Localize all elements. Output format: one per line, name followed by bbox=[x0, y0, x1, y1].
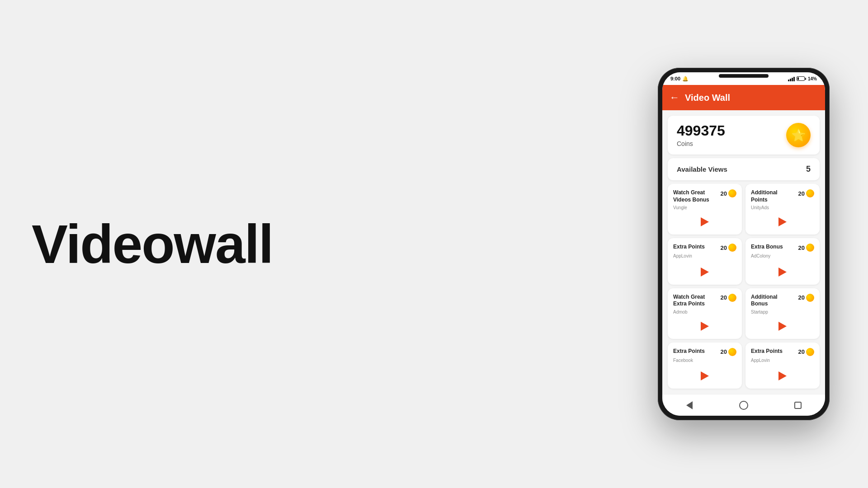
video-card: Extra Points 20 Facebook bbox=[668, 343, 742, 389]
card-title: Additional Points bbox=[751, 189, 796, 203]
card-points: 20 bbox=[798, 294, 814, 302]
video-card: Extra Bonus 20 AdColony bbox=[745, 238, 820, 284]
left-section: Videowall bbox=[0, 217, 646, 271]
app-header: ← Video Wall bbox=[662, 85, 825, 110]
card-play-area bbox=[751, 319, 814, 333]
right-section: 9:00 🔔 14% bbox=[646, 68, 841, 420]
play-icon bbox=[778, 217, 787, 226]
status-bar-right: 14% bbox=[788, 76, 817, 81]
card-top: Extra Bonus 20 bbox=[751, 244, 814, 252]
video-card: Watch Great Videos Bonus 20 Vungle bbox=[668, 184, 742, 235]
card-points: 20 bbox=[798, 244, 814, 252]
card-points-num: 20 bbox=[721, 294, 727, 301]
signal-bar-1 bbox=[788, 80, 789, 81]
card-title: Watch Great Videos Bonus bbox=[673, 189, 718, 203]
bell-icon: 🔔 bbox=[682, 76, 689, 82]
card-points: 20 bbox=[798, 348, 814, 356]
play-icon bbox=[701, 322, 709, 331]
card-points-num: 20 bbox=[721, 190, 727, 197]
card-top: Additional Bonus 20 bbox=[751, 294, 814, 308]
card-play-area bbox=[673, 215, 736, 229]
play-button[interactable] bbox=[698, 265, 712, 279]
card-top: Additional Points 20 bbox=[751, 189, 814, 203]
signal-bar-3 bbox=[792, 78, 793, 81]
card-provider: AdColony bbox=[751, 253, 814, 258]
card-points: 20 bbox=[798, 189, 814, 197]
battery-body bbox=[797, 76, 805, 81]
card-title: Watch Great Extra Points bbox=[673, 294, 718, 308]
video-card: Additional Bonus 20 Startapp bbox=[745, 288, 820, 339]
card-provider: Admob bbox=[673, 310, 736, 314]
small-coin-icon bbox=[728, 244, 736, 252]
play-icon bbox=[778, 322, 787, 331]
card-provider: Startapp bbox=[751, 310, 814, 314]
card-top: Extra Points 20 bbox=[751, 348, 814, 356]
video-card: Extra Points 20 AppLovin bbox=[668, 238, 742, 284]
card-points-num: 20 bbox=[798, 348, 805, 355]
phone-mockup: 9:00 🔔 14% bbox=[658, 68, 830, 420]
small-coin-icon bbox=[728, 189, 736, 197]
app-title: Videowall bbox=[32, 217, 273, 271]
play-button[interactable] bbox=[775, 215, 790, 229]
battery-tip bbox=[805, 78, 806, 80]
coins-card: 499375 Coins ⭐ bbox=[668, 116, 820, 155]
small-coin-icon bbox=[806, 348, 814, 356]
play-button[interactable] bbox=[775, 369, 790, 383]
card-play-area bbox=[751, 215, 814, 229]
small-coin-icon bbox=[806, 189, 814, 197]
coins-amount: 499375 bbox=[677, 123, 725, 139]
play-icon bbox=[701, 371, 709, 380]
card-play-area bbox=[673, 265, 736, 279]
battery-fill bbox=[797, 77, 799, 80]
play-button[interactable] bbox=[775, 265, 790, 279]
play-button[interactable] bbox=[698, 369, 712, 383]
card-points-num: 20 bbox=[798, 294, 805, 301]
play-button[interactable] bbox=[698, 319, 712, 333]
status-time: 9:00 bbox=[670, 76, 680, 81]
small-coin-icon bbox=[806, 244, 814, 252]
play-icon bbox=[701, 217, 709, 226]
small-coin-icon bbox=[728, 294, 736, 302]
card-title: Extra Points bbox=[751, 348, 796, 355]
play-icon bbox=[701, 267, 709, 277]
signal-bar-2 bbox=[790, 79, 791, 81]
nav-home-button[interactable] bbox=[737, 399, 750, 412]
battery-indicator bbox=[797, 76, 806, 81]
card-title: Extra Points bbox=[673, 244, 718, 251]
card-points-num: 20 bbox=[721, 348, 727, 355]
nav-recents-button[interactable] bbox=[792, 399, 804, 412]
card-play-area bbox=[751, 265, 814, 279]
card-title: Extra Bonus bbox=[751, 244, 796, 251]
card-top: Extra Points 20 bbox=[673, 244, 736, 252]
coins-info: 499375 Coins bbox=[677, 123, 725, 147]
card-points-num: 20 bbox=[721, 244, 727, 251]
card-provider: AppLovin bbox=[751, 358, 814, 363]
status-bar-left: 9:00 🔔 bbox=[670, 76, 689, 82]
play-button[interactable] bbox=[775, 319, 790, 333]
home-icon bbox=[739, 401, 748, 410]
signal-bars bbox=[788, 76, 795, 81]
small-coin-icon bbox=[728, 348, 736, 356]
app-content: 499375 Coins ⭐ Available Views 5 Watch G… bbox=[662, 110, 825, 394]
back-button[interactable]: ← bbox=[670, 92, 679, 103]
card-top: Watch Great Extra Points 20 bbox=[673, 294, 736, 308]
nav-back-button[interactable] bbox=[683, 399, 696, 412]
play-icon bbox=[778, 267, 787, 277]
card-play-area bbox=[673, 369, 736, 383]
available-views-count: 5 bbox=[806, 164, 811, 174]
recents-icon bbox=[794, 402, 802, 409]
card-provider: UnityAds bbox=[751, 205, 814, 210]
card-points: 20 bbox=[721, 244, 736, 252]
coins-icon: ⭐ bbox=[786, 123, 811, 147]
back-icon bbox=[686, 401, 693, 409]
available-views-bar: Available Views 5 bbox=[668, 158, 820, 180]
card-provider: Vungle bbox=[673, 205, 736, 210]
video-card: Additional Points 20 UnityAds bbox=[745, 184, 820, 235]
card-points: 20 bbox=[721, 189, 736, 197]
play-button[interactable] bbox=[698, 215, 712, 229]
video-card: Extra Points 20 AppLovin bbox=[745, 343, 820, 389]
header-title: Video Wall bbox=[685, 93, 730, 103]
card-provider: AppLovin bbox=[673, 253, 736, 258]
video-card: Watch Great Extra Points 20 Admob bbox=[668, 288, 742, 339]
card-play-area bbox=[751, 369, 814, 383]
